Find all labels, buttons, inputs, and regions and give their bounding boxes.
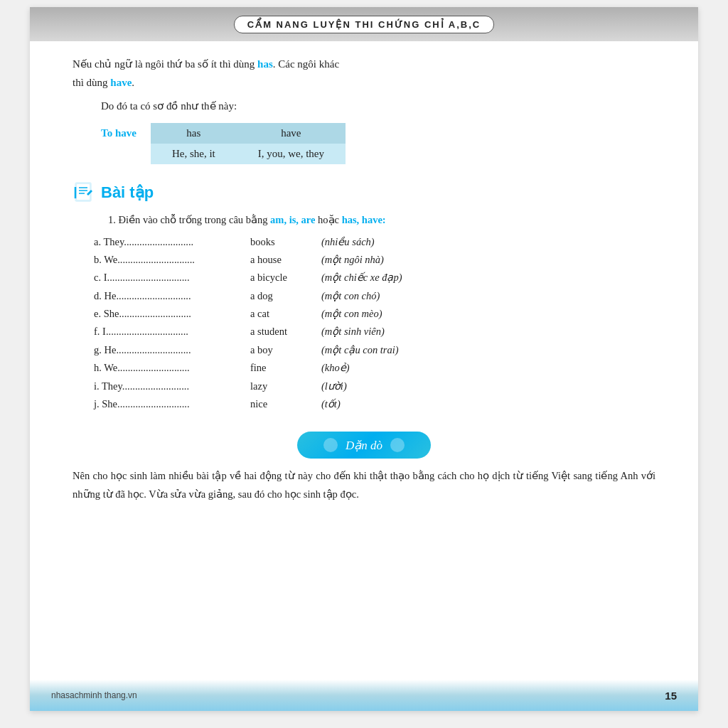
ex-word-7: fine	[250, 359, 321, 377]
dan-do-box: Dặn dò	[297, 432, 431, 459]
table-col2-header: have	[237, 123, 346, 144]
ex-label-0: a. They...........................	[94, 233, 250, 251]
ex-viet-7: (khoẻ)	[321, 359, 350, 377]
top-bar: CẨM NANG LUYỆN THI CHỨNG CHỈ A,B,C	[30, 7, 698, 41]
ex-word-1: a house	[250, 251, 321, 269]
dan-do-bubble-right-icon	[390, 437, 405, 453]
dan-do-container: Dặn dò	[30, 432, 698, 459]
ex-word-3: a dog	[250, 287, 321, 305]
ex-word-9: nice	[250, 395, 321, 413]
exercise-intro-words: am, is, are	[270, 214, 315, 225]
exercise-row: g. He............................. a boy…	[94, 341, 655, 359]
ex-viet-0: (nhiều sách)	[321, 233, 375, 251]
svg-point-7	[390, 438, 405, 452]
table-label: To have	[101, 123, 151, 144]
ex-label-9: j. She............................	[94, 395, 250, 413]
ex-viet-5: (một sinh viên)	[321, 323, 385, 341]
exercise-row: e. She............................ a cat…	[94, 305, 655, 323]
exercise-row: c. I................................ a b…	[94, 269, 655, 287]
footer-page: 15	[665, 690, 677, 702]
exercise-row: i. They.......................... lazy (…	[94, 378, 655, 395]
exercise-intro-mid: hoặc	[315, 214, 341, 225]
table-col2-sub: I, you, we, they	[237, 144, 346, 164]
intro-text-1: Nếu chủ ngữ là ngôi thứ ba số ít thì dùn…	[73, 58, 257, 70]
exercise-intro: 1. Điền vào chỗ trống trong câu bằng am,…	[108, 214, 655, 226]
footer: nhasachminh thang.vn 15	[30, 680, 698, 711]
exercise-row: b. We.............................. a ho…	[94, 251, 655, 269]
sub-paragraph: Do đó ta có sơ đồ như thế này:	[101, 97, 655, 116]
dan-do-text: Dặn dò	[346, 438, 382, 453]
ex-viet-2: (một chiếc xe đạp)	[321, 269, 402, 287]
intro-paragraph: Nếu chủ ngữ là ngôi thứ ba số ít thì dùn…	[73, 55, 655, 92]
ex-word-5: a student	[250, 323, 321, 341]
ex-viet-8: (lười)	[321, 378, 347, 395]
ex-word-8: lazy	[250, 378, 321, 395]
ex-viet-3: (một con chó)	[321, 287, 380, 305]
page: CẨM NANG LUYỆN THI CHỨNG CHỈ A,B,C Nếu c…	[30, 7, 698, 711]
svg-rect-1	[77, 184, 90, 200]
ex-word-0: books	[250, 233, 321, 251]
ex-label-1: b. We..............................	[94, 251, 250, 269]
intro-text-1b: . Các ngôi khác	[273, 58, 339, 70]
ex-word-4: a cat	[250, 305, 321, 323]
dan-do-bubble-left-icon	[323, 437, 338, 453]
notebook-icon	[73, 181, 95, 204]
ex-viet-4: (một con mèo)	[321, 305, 382, 323]
bottom-paragraph: Nên cho học sinh làm nhiều bài tập về ha…	[73, 467, 655, 503]
exercise-row: h. We............................ fine (…	[94, 359, 655, 377]
exercise-rows-container: a. They........................... books…	[94, 233, 655, 414]
exercise-row: f. I................................ a s…	[94, 323, 655, 341]
ex-label-7: h. We............................	[94, 359, 250, 377]
section-title-text: Bài tập	[101, 183, 154, 202]
ex-label-3: d. He.............................	[94, 287, 250, 305]
have-table: To have has have He, she, it I, you, we,…	[101, 123, 346, 164]
ex-word-6: a boy	[250, 341, 321, 359]
exercise-row: a. They........................... books…	[94, 233, 655, 251]
table-empty	[101, 144, 151, 164]
ex-label-2: c. I................................	[94, 269, 250, 287]
exercise-intro-words2: has, have:	[342, 214, 386, 225]
section-title: Bài tập	[73, 181, 655, 204]
intro-text-2b: .	[132, 77, 134, 88]
ex-label-5: f. I................................	[94, 323, 250, 341]
exercise-intro-prefix: 1. Điền vào chỗ trống trong câu bằng	[108, 214, 270, 225]
exercise-row: j. She............................ nice …	[94, 395, 655, 413]
footer-url: nhasachminh thang.vn	[51, 690, 137, 700]
bottom-content: Nên cho học sinh làm nhiều bài tập về ha…	[30, 467, 698, 518]
ex-label-6: g. He.............................	[94, 341, 250, 359]
table-col1-sub: He, she, it	[151, 144, 237, 164]
intro-has: has	[257, 58, 273, 70]
intro-text-2: thì dùng	[73, 77, 110, 88]
exercise-section: 1. Điền vào chỗ trống trong câu bằng am,…	[94, 214, 655, 414]
ex-viet-6: (một cậu con trai)	[321, 341, 399, 359]
ex-label-4: e. She............................	[94, 305, 250, 323]
exercise-row: d. He............................. a dog…	[94, 287, 655, 305]
ex-word-2: a bicycle	[250, 269, 321, 287]
svg-point-6	[323, 438, 338, 452]
ex-viet-1: (một ngôi nhà)	[321, 251, 384, 269]
main-content: Nếu chủ ngữ là ngôi thứ ba số ít thì dùn…	[30, 41, 698, 420]
table-col1-header: has	[151, 123, 237, 144]
ex-label-8: i. They..........................	[94, 378, 250, 395]
header-title: CẨM NANG LUYỆN THI CHỨNG CHỈ A,B,C	[234, 16, 494, 33]
intro-have: have	[110, 77, 132, 88]
ex-viet-9: (tốt)	[321, 395, 341, 413]
